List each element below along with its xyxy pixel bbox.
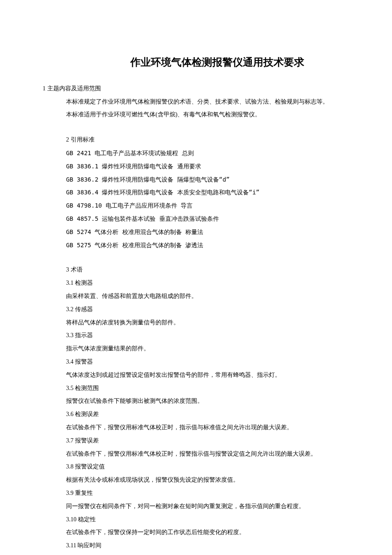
reference-item: GB 2421 电工电子产品基本环境试验规程 总则	[66, 147, 349, 160]
term-definition: 由采样装置、传感器和前置放大电路组成的部件。	[66, 290, 349, 303]
section-2-heading: 2 引用标准	[66, 133, 349, 147]
section-1-heading: 1 主题内容及适用范围	[43, 82, 349, 95]
document-title: 作业环境气体检测报警仪通用技术要求	[85, 51, 349, 74]
term-number: 3.7 报警误差	[66, 434, 349, 448]
term-number: 3.6 检测误差	[66, 408, 349, 421]
term-number: 3.8 报警设定值	[66, 460, 349, 474]
reference-item: GB 4798.10 电工电子产品应用环境条件 导言	[66, 199, 349, 212]
term-number: 3.1 检测器	[66, 277, 349, 290]
reference-item: GB 5275 气体分析 校准用混合气体的制备 渗透法	[66, 239, 349, 252]
term-definition: 同一报警仪在相同条件下，对同一检测对象在短时间内重复测定，各指示值间的重合程度。	[66, 500, 349, 513]
reference-item: GB 5274 气体分析 校准用混合气体的制备 称量法	[66, 225, 349, 239]
term-number: 3.9 重复性	[66, 487, 349, 500]
term-number: 3.2 传感器	[66, 303, 349, 316]
term-number: 3.10 稳定性	[66, 513, 349, 526]
reference-item: GB 3836.4 爆炸性环境用防爆电气设备 本质安全型电路和电气设备“i”	[66, 186, 349, 199]
term-number: 3.3 指示器	[66, 329, 349, 342]
term-definition: 在试验条件下，报警仪保持一定时间的工作状态后性能变化的程度。	[66, 526, 349, 539]
term-definition: 指示气体浓度测量结果的部件。	[66, 342, 349, 356]
term-definition: 在试验条件下，报警仪用标准气体校正时，指示值与标准值之间允许出现的最大误差。	[66, 421, 349, 434]
term-definition: 将样品气体的浓度转换为测量信号的部件。	[66, 316, 349, 330]
term-number: 3.4 报警器	[66, 356, 349, 369]
section-3-heading: 3 术语	[66, 263, 349, 277]
term-definition: 根据有关法令或标准或现场状况，报警仪预先设定的报警浓度值。	[66, 474, 349, 487]
reference-item: GB 3836.1 爆炸性环境用防爆电气设备 通用要求	[66, 160, 349, 173]
section-1-para-2: 本标准适用于作业环境可燃性气体(含甲烷)、有毒气体和氧气检测报警仪。	[66, 108, 349, 121]
reference-item: GB 3836.2 爆炸性环境用防爆电气设备 隔爆型电气设备“d”	[66, 173, 349, 186]
reference-item: GB 4857.5 运输包装件基本试验 垂直冲击跌落试验条件	[66, 212, 349, 225]
section-1-para-1: 本标准规定了作业环境用气体检测报警仪的术语、分类、技术要求、试验方法、检验规则与…	[66, 95, 349, 109]
term-number: 3.11 响应时间	[66, 539, 349, 552]
term-definition: 在试验条件下，报警仪用标准气体校正时，报警指示值与报警设定值之间允许出现的最大误…	[66, 448, 349, 461]
term-definition: 报警仪在试验条件下能够测出被测气体的浓度范围。	[66, 395, 349, 408]
term-definition: 气体浓度达到或超过报警设定值时发出报警信号的部件，常用有蜂鸣器、指示灯。	[66, 369, 349, 382]
term-definition: 在试验条件下，从检测器接触被测气体至达到稳定指示值的时间。通常，读取达到稳定指示…	[66, 552, 349, 555]
term-number: 3.5 检测范围	[66, 382, 349, 395]
